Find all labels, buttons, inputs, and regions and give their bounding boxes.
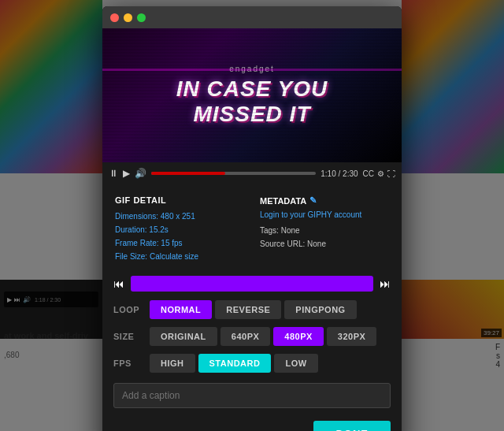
fps-low-btn[interactable]: LOW [274,354,317,373]
progress-bar[interactable] [151,172,316,175]
settings-button[interactable]: ⚙ [377,169,384,178]
size-320-btn[interactable]: 320PX [327,327,377,346]
gif-framerate: Frame Rate: 15 fps [115,236,244,250]
caption-row [102,377,402,414]
fps-label: FPS [113,359,150,368]
extra-controls: CC ⚙ ⛶ [363,169,395,178]
loop-btn-group: NORMAL REVERSE PINGPONG [150,300,357,319]
play-button[interactable]: ▶ [123,168,130,179]
size-btn-group: ORIGINAL 640PX 480PX 320PX [150,327,376,346]
slider-track[interactable] [131,276,373,292]
close-dot[interactable] [110,13,119,22]
slider-section: ⏮ ⏭ [102,271,402,296]
fps-high-btn[interactable]: HIGH [150,354,195,373]
video-controls: ⏸ ▶ 🔊 1:10 / 2:30 CC ⚙ ⛶ [102,162,402,184]
video-glitch [102,69,402,71]
size-row: SIZE ORIGINAL 640PX 480PX 320PX [102,323,402,350]
titlebar [102,6,402,28]
modal-window: engadget IN CASE YOU MISSED IT ⏸ ▶ 🔊 1:1… [102,6,402,431]
loop-label: LOOP [113,305,150,314]
minimize-dot[interactable] [124,13,132,22]
pause-button[interactable]: ⏸ [109,168,118,179]
metadata-tags: Tags: None [260,224,389,237]
progress-fill [151,172,225,175]
done-button[interactable]: DONE [313,421,391,431]
metadata-section: METADATA ✎ Login to your GIPHY account T… [260,195,389,263]
fullscreen-button[interactable]: ⛶ [387,169,395,178]
done-row: DONE [102,414,402,431]
slider-left-btn[interactable]: ⏮ [113,277,124,290]
volume-button[interactable]: 🔊 [135,168,146,179]
video-title-line2: MISSED IT [193,102,310,127]
loop-row: LOOP NORMAL REVERSE PINGPONG [102,296,402,323]
loop-normal-btn[interactable]: NORMAL [150,300,212,319]
fps-btn-group: HIGH STANDARD LOW [150,354,318,373]
fps-row: FPS HIGH STANDARD LOW [102,350,402,377]
login-link[interactable]: Login to your GIPHY account [260,210,389,219]
maximize-dot[interactable] [137,13,146,22]
edit-icon[interactable]: ✎ [309,195,317,206]
loop-pingpong-btn[interactable]: PINGPONG [284,300,356,319]
fps-standard-btn[interactable]: STANDARD [198,354,272,373]
gif-detail-heading: GIF DETAIL [115,195,244,205]
gif-dimensions: Dimensions: 480 x 251 [115,210,244,223]
size-480-btn[interactable]: 480PX [273,327,324,346]
gif-duration: Duration: 15.2s [115,223,244,236]
detail-section: GIF DETAIL Dimensions: 480 x 251 Duratio… [102,184,402,271]
video-content: engadget IN CASE YOU MISSED IT [102,28,402,162]
loop-reverse-btn[interactable]: REVERSE [215,300,281,319]
metadata-heading: METADATA ✎ [260,195,389,206]
video-title-line1: IN CASE YOU [176,76,328,102]
slider-right-btn[interactable]: ⏭ [380,277,391,290]
size-original-btn[interactable]: ORIGINAL [150,327,217,346]
gif-filesize: File Size: Calculate size [115,250,244,263]
metadata-source: Source URL: None [260,237,389,251]
size-label: SIZE [113,332,150,341]
caption-input[interactable] [113,383,391,408]
time-display: 1:10 / 2:30 [321,169,358,178]
size-640-btn[interactable]: 640PX [220,327,271,346]
video-area: engadget IN CASE YOU MISSED IT [102,28,402,162]
cc-button[interactable]: CC [363,169,374,178]
gif-detail: GIF DETAIL Dimensions: 480 x 251 Duratio… [115,195,244,263]
